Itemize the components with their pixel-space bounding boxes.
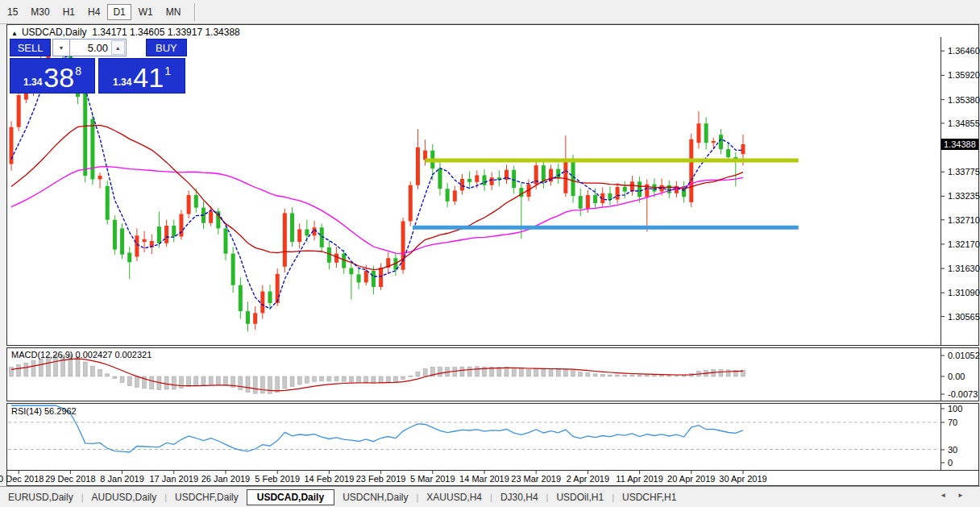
svg-text:1.32170: 1.32170 — [948, 239, 980, 249]
svg-text:70: 70 — [948, 418, 957, 427]
buy-price-button[interactable]: 1.34 41 1 — [98, 58, 185, 94]
tab-eurusd-daily[interactable]: EURUSD,Daily — [0, 490, 81, 505]
svg-text:100: 100 — [948, 404, 962, 413]
svg-text:-0.0073: -0.0073 — [948, 389, 978, 399]
svg-text:1.33235: 1.33235 — [948, 191, 980, 201]
svg-text:8 Jan 2019: 8 Jan 2019 — [100, 474, 143, 484]
svg-text:5 Mar 2019: 5 Mar 2019 — [410, 474, 455, 484]
rsi-splitter[interactable] — [6, 401, 979, 404]
svg-text:26 Jan 2019: 26 Jan 2019 — [201, 474, 251, 484]
buy-price-big: 41 — [133, 62, 164, 93]
support-line[interactable] — [413, 226, 799, 230]
metatrader-screen: 15M30H1H4D1W1MN 1.364601.359201.353801.3… — [0, 0, 980, 507]
svg-text:23 Mar 2019: 23 Mar 2019 — [511, 474, 561, 484]
volume-dropdown-button[interactable]: ▼ — [52, 39, 70, 56]
tab-usdchf-h1[interactable]: USDCHF,H1 — [614, 490, 684, 505]
svg-text:1.33775: 1.33775 — [948, 167, 980, 177]
svg-text:1.35920: 1.35920 — [948, 70, 980, 80]
sell-button[interactable]: SELL — [10, 39, 51, 56]
macd-panel — [10, 355, 745, 393]
sell-price-big: 38 — [44, 62, 74, 93]
rsi-indicator-label: RSI(14) 56.2962 — [11, 406, 77, 416]
tab-usdcad-daily[interactable]: USDCAD,Daily — [247, 489, 334, 505]
buy-price-sup: 1 — [164, 64, 171, 77]
trade-panel: SELL ▼ 5.00 ▲ BUY 1.34 38 8 1.34 41 1 — [10, 39, 187, 94]
sell-price-sup: 8 — [75, 64, 81, 77]
chevron-up-icon: ▲ — [115, 45, 121, 51]
svg-text:17 Jan 2019: 17 Jan 2019 — [149, 474, 198, 484]
svg-text:29 Dec 2018: 29 Dec 2018 — [45, 474, 95, 484]
tab-xauusd-h4[interactable]: XAUUSD,H4 — [418, 490, 490, 505]
svg-text:20 Apr 2019: 20 Apr 2019 — [667, 474, 715, 484]
svg-text:1.30565: 1.30565 — [948, 312, 980, 322]
svg-text:11 Apr 2019: 11 Apr 2019 — [616, 474, 663, 484]
rsi-line — [11, 405, 743, 452]
collapse-icon[interactable]: ▲ — [11, 30, 18, 37]
volume-input[interactable]: 5.00 ▲ — [70, 39, 127, 56]
buy-price-prefix: 1.34 — [113, 77, 131, 88]
svg-text:1.34855: 1.34855 — [948, 118, 980, 128]
svg-text:0.010525: 0.010525 — [948, 351, 980, 360]
tab-usdchf-daily[interactable]: USDCHF,Daily — [167, 490, 247, 505]
tab-usdoil-h1[interactable]: USDOil,H1 — [548, 490, 612, 505]
svg-text:14 Feb 2019: 14 Feb 2019 — [304, 474, 354, 484]
chart-title: ▲USDCAD,Daily 1.34171 1.34605 1.33917 1.… — [11, 27, 240, 38]
svg-text:0.00: 0.00 — [948, 372, 965, 381]
tab-usdcnh-daily[interactable]: USDCNH,Daily — [334, 490, 416, 505]
macd-indicator-label: MACD(12,26,9) 0.002427 0.002321 — [11, 350, 152, 359]
svg-text:2 Apr 2019: 2 Apr 2019 — [567, 474, 609, 484]
svg-text:1.36460: 1.36460 — [948, 46, 980, 56]
volume-value: 5.00 — [88, 42, 108, 54]
buy-button[interactable]: BUY — [146, 39, 187, 56]
chart-title-symbol: USDCAD,Daily — [22, 27, 87, 38]
tab-scroll-arrows[interactable]: ◄► — [940, 492, 975, 499]
svg-text:20 Dec 2018: 20 Dec 2018 — [0, 474, 44, 484]
svg-text:14 Mar 2019: 14 Mar 2019 — [459, 474, 509, 484]
svg-text:30 Apr 2019: 30 Apr 2019 — [719, 474, 766, 484]
svg-text:1.32710: 1.32710 — [948, 215, 980, 225]
tab-audusd-daily[interactable]: AUDUSD,Daily — [84, 490, 165, 505]
sell-price-button[interactable]: 1.34 38 8 — [10, 58, 95, 94]
tab-dj30-h4[interactable]: DJ30,H4 — [492, 490, 546, 505]
svg-text:1.31090: 1.31090 — [948, 288, 980, 297]
sell-price-prefix: 1.34 — [23, 77, 42, 88]
svg-text:5 Feb 2019: 5 Feb 2019 — [255, 474, 300, 484]
chart-tab-bar: EURUSD,Daily|AUDUSD,Daily|USDCHF,DailyUS… — [0, 486, 980, 507]
svg-text:1.34388: 1.34388 — [944, 139, 976, 149]
svg-text:23 Feb 2019: 23 Feb 2019 — [356, 474, 406, 484]
chart-title-ohlc: 1.34171 1.34605 1.33917 1.34388 — [92, 27, 240, 38]
macd-splitter[interactable] — [6, 345, 979, 348]
svg-text:0: 0 — [948, 458, 953, 468]
svg-text:1.31630: 1.31630 — [948, 264, 980, 273]
resistance-line[interactable] — [426, 159, 799, 163]
volume-increase-button[interactable]: ▲ — [111, 40, 125, 55]
chevron-down-icon: ▼ — [59, 45, 64, 51]
svg-text:1.35380: 1.35380 — [948, 95, 980, 105]
svg-text:30: 30 — [948, 445, 957, 455]
